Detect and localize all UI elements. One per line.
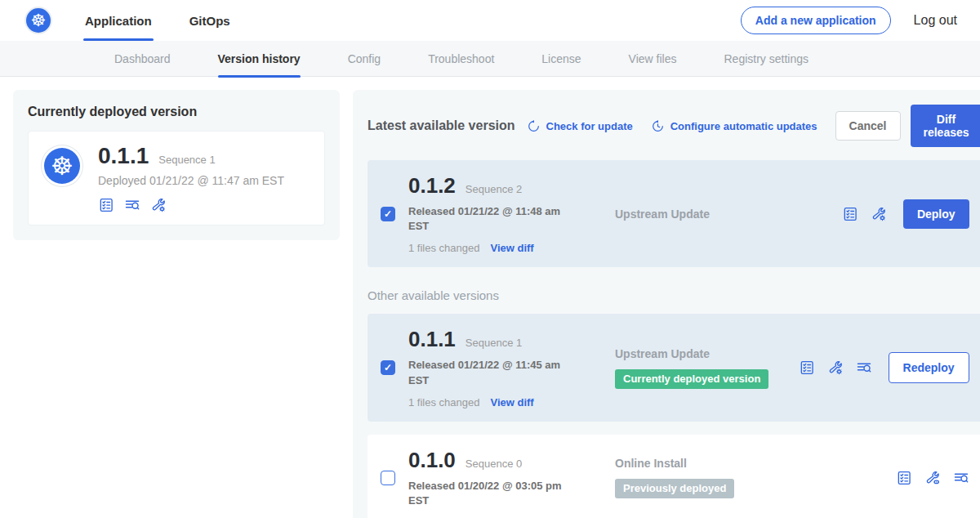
version-row: 0.1.0 Sequence 0 Released 01/20/22 @ 03:…: [368, 435, 980, 518]
checklist-icon[interactable]: [896, 470, 912, 486]
version-row: 0.1.1 Sequence 1 Released 01/21/22 @ 11:…: [368, 314, 980, 421]
version-source-column: Online Install Previously deployed: [576, 457, 896, 498]
lines-magnifier-icon[interactable]: [953, 470, 969, 486]
version-released-timestamp: Released 01/20/22 @ 03:05 pm EST: [408, 479, 562, 508]
version-info: 0.1.2 Sequence 2 Released 01/21/22 @ 11:…: [408, 173, 576, 254]
view-diff-link[interactable]: View diff: [490, 242, 533, 254]
top-navigation-bar: ☸ Application GitOps Add a new applicati…: [0, 0, 980, 41]
version-sequence-label: Sequence 2: [466, 183, 522, 195]
kubernetes-app-icon: ☸: [44, 148, 80, 184]
version-history-panel: Latest available version Check for updat…: [353, 90, 980, 518]
files-changed-row: 1 files changed View diff: [408, 242, 576, 254]
deployed-version-icons: [98, 197, 284, 213]
version-source-label: Upstream Update: [615, 347, 799, 360]
latest-version-header: Latest available version Check for updat…: [368, 105, 980, 147]
version-info: 0.1.0 Sequence 0 Released 01/20/22 @ 03:…: [408, 448, 576, 508]
wrench-gear-icon[interactable]: [150, 197, 167, 213]
version-released-timestamp: Released 01/21/22 @ 11:45 am EST: [408, 358, 562, 387]
version-source-column: Upstream Update: [576, 208, 842, 221]
version-info: 0.1.1 Sequence 1 Released 01/21/22 @ 11:…: [408, 327, 576, 408]
currently-deployed-card: ☸ 0.1.1 Sequence 1 Deployed 01/21/22 @ 1…: [28, 131, 325, 226]
lines-magnifier-icon[interactable]: [856, 359, 872, 376]
subnav-license[interactable]: License: [541, 41, 581, 77]
deployed-version-info: 0.1.1 Sequence 1 Deployed 01/21/22 @ 11:…: [98, 143, 284, 213]
subnav-version-history[interactable]: Version history: [218, 41, 301, 77]
version-checkbox[interactable]: [381, 471, 395, 485]
app-sub-navigation: Dashboard Version history Config Trouble…: [0, 41, 980, 77]
version-source-column: Upstream Update Currently deployed versi…: [576, 347, 799, 389]
clock-refresh-icon: [651, 119, 665, 133]
version-checkbox[interactable]: [381, 360, 395, 375]
version-sequence-label: Sequence 0: [466, 458, 522, 470]
diff-releases-button[interactable]: Diff releases: [911, 105, 980, 147]
deployed-version-number: 0.1.1: [98, 143, 149, 169]
version-source-label: Upstream Update: [615, 208, 842, 221]
version-row: 0.1.2 Sequence 2 Released 01/21/22 @ 11:…: [368, 160, 980, 267]
version-number: 0.1.1: [408, 327, 456, 352]
view-diff-link[interactable]: View diff: [490, 396, 533, 409]
currently-deployed-panel: Currently deployed version ☸ 0.1.1 Seque…: [13, 90, 340, 240]
kubernetes-logo-icon: ☸: [26, 8, 51, 33]
main-content: Currently deployed version ☸ 0.1.1 Seque…: [0, 77, 980, 518]
refresh-icon: [527, 119, 541, 133]
checklist-icon[interactable]: [98, 197, 114, 213]
subnav-config[interactable]: Config: [348, 41, 381, 77]
version-number: 0.1.0: [408, 448, 456, 473]
files-changed-label: 1 files changed: [408, 242, 479, 254]
files-changed-row: 1 files changed View diff: [408, 396, 576, 409]
configure-automatic-updates-label: Configure automatic updates: [670, 120, 817, 132]
version-sequence-label: Sequence 1: [466, 337, 522, 349]
wrench-eye-icon[interactable]: [924, 470, 941, 486]
check-for-update-link[interactable]: Check for update: [527, 119, 633, 133]
tab-application[interactable]: Application: [83, 0, 154, 41]
subnav-dashboard[interactable]: Dashboard: [114, 41, 171, 77]
subnav-view-files[interactable]: View files: [629, 41, 677, 77]
version-action-button[interactable]: Deploy: [903, 199, 969, 229]
version-source-label: Online Install: [615, 457, 896, 470]
checklist-icon[interactable]: [842, 206, 858, 222]
version-actions: [896, 470, 969, 486]
version-number: 0.1.2: [408, 173, 456, 199]
version-checkbox[interactable]: [381, 207, 395, 221]
version-status-badge: Currently deployed version: [615, 369, 768, 389]
version-released-timestamp: Released 01/21/22 @ 11:48 am EST: [408, 204, 562, 234]
latest-version-row-container: 0.1.2 Sequence 2 Released 01/21/22 @ 11:…: [368, 160, 980, 267]
logout-link[interactable]: Log out: [914, 13, 957, 28]
other-versions-list: 0.1.1 Sequence 1 Released 01/21/22 @ 11:…: [368, 314, 980, 518]
version-actions: Redeploy: [799, 352, 969, 383]
version-actions: Deploy: [842, 199, 969, 229]
version-action-button[interactable]: Redeploy: [889, 352, 969, 383]
subnav-troubleshoot[interactable]: Troubleshoot: [428, 41, 494, 77]
wrench-gear-icon[interactable]: [871, 206, 887, 222]
version-status-badge: Previously deployed: [615, 479, 734, 498]
deployed-sequence-label: Sequence 1: [158, 154, 215, 166]
files-changed-label: 1 files changed: [408, 396, 479, 409]
check-for-update-label: Check for update: [546, 120, 633, 132]
cancel-button[interactable]: Cancel: [835, 111, 901, 141]
latest-version-title: Latest available version: [368, 118, 515, 133]
other-versions-title: Other available versions: [368, 288, 980, 302]
checklist-icon[interactable]: [799, 359, 815, 376]
currently-deployed-title: Currently deployed version: [28, 105, 325, 119]
configure-automatic-updates-link[interactable]: Configure automatic updates: [651, 119, 817, 133]
tab-gitops[interactable]: GitOps: [188, 0, 232, 41]
deployed-timestamp: Deployed 01/21/22 @ 11:47 am EST: [98, 174, 284, 187]
app-tabs: Application GitOps: [83, 0, 266, 41]
subnav-registry-settings[interactable]: Registry settings: [724, 41, 808, 77]
add-new-application-button[interactable]: Add a new application: [741, 7, 891, 34]
wrench-gear-icon[interactable]: [827, 359, 844, 376]
lines-magnifier-icon[interactable]: [124, 197, 140, 213]
